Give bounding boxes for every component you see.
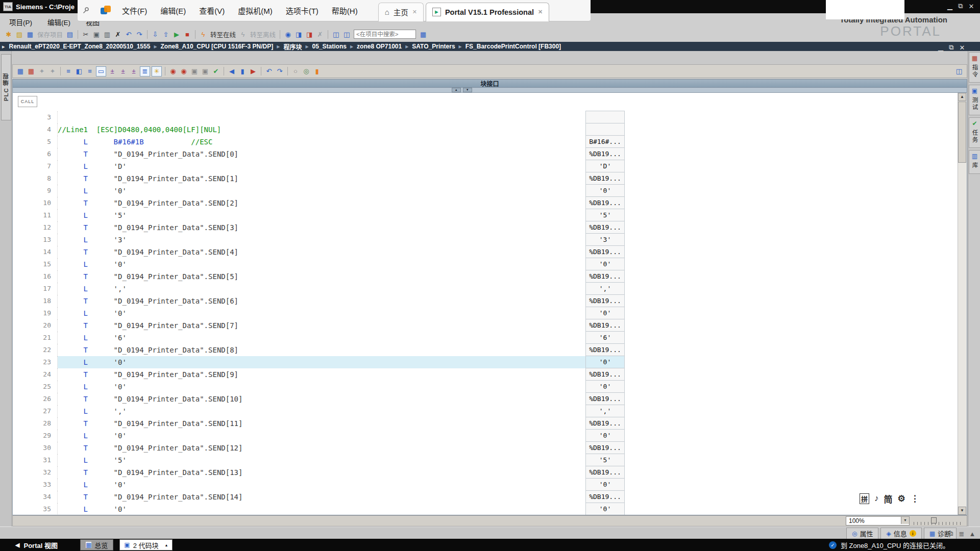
refresh-block-icon[interactable]: ▣ — [201, 67, 210, 76]
delete-network-icon[interactable]: ▦ — [27, 67, 36, 76]
operand-value-cell[interactable]: %DB19... — [585, 319, 625, 332]
code-text[interactable]: T "D_0194_Printer_Data".SEND[10] — [58, 393, 585, 405]
code-line[interactable]: 22 T "D_0194_Printer_Data".SEND[8]%DB19.… — [13, 344, 958, 356]
code-text[interactable]: T "D_0194_Printer_Data".SEND[5] — [58, 270, 585, 283]
code-text[interactable]: T "D_0194_Printer_Data".SEND[0] — [58, 148, 585, 160]
tia-menu-item[interactable]: 编辑(E) — [47, 17, 70, 27]
insert-network-icon[interactable]: ▦ — [16, 67, 25, 76]
scroll-up-icon[interactable]: ▲ — [958, 93, 966, 101]
code-line[interactable]: 30 T "D_0194_Printer_Data".SEND[12]%DB19… — [13, 442, 958, 454]
stl-code-editor[interactable]: CALL 34//Line1 [ESC]D0480,0400,0400[LF][… — [12, 92, 967, 515]
code-line[interactable]: 5 L B#16#1B //ESCB#16#... — [13, 136, 958, 148]
operand-value-cell[interactable]: %DB19... — [585, 196, 625, 209]
splitter-expand-icon[interactable]: ▼ — [463, 88, 472, 92]
scroll-down-icon[interactable]: ▼ — [958, 507, 966, 515]
save-project-icon[interactable]: ▦ — [26, 30, 35, 39]
operand-value-cell[interactable]: '6' — [585, 331, 625, 344]
code-line[interactable]: 14 T "D_0194_Printer_Data".SEND[4]%DB19.… — [13, 246, 958, 258]
inspector-tab-信息[interactable]: ◈信息i — [880, 528, 921, 539]
code-line[interactable]: 31 L '5''5' — [13, 454, 958, 466]
tab-close-icon[interactable]: ✕ — [538, 9, 543, 15]
operand-value-cell[interactable]: %DB19... — [585, 172, 625, 185]
open-editor-button[interactable]: ▣ 2 代码块 ▲ — [119, 539, 173, 550]
code-text[interactable]: L '5' — [58, 209, 585, 221]
code-text[interactable]: T "D_0194_Printer_Data".SEND[2] — [58, 197, 585, 209]
operand-value-cell[interactable]: %DB19... — [585, 490, 625, 503]
code-text[interactable]: T "D_0194_Printer_Data".SEND[6] — [58, 295, 585, 307]
tab-close-icon[interactable]: ✕ — [412, 9, 417, 15]
operand-value-cell[interactable]: %DB19... — [585, 466, 625, 479]
split-editor-vertical-icon[interactable]: ◫ — [342, 30, 351, 39]
undo-icon[interactable]: ↶ — [124, 30, 133, 39]
code-text[interactable]: T "D_0194_Printer_Data".SEND[7] — [58, 319, 585, 332]
vm-menu-item[interactable]: 选项卡(T) — [286, 5, 318, 16]
start-cpu-icon[interactable]: ▶ — [172, 30, 181, 39]
operand-value-cell[interactable]: '0' — [585, 478, 625, 491]
collapse-panel-icon[interactable]: ▲ — [968, 529, 977, 538]
breadcrumb-item[interactable]: Zone8_A10_CPU [CPU 1516F-3 PN/DP] — [161, 43, 274, 50]
right-tab-指令[interactable]: ▦指令 — [969, 52, 980, 83]
float-panel-icon[interactable]: ⧉ — [946, 529, 955, 538]
code-line[interactable]: 4//Line1 [ESC]D0480,0400,0400[LF][NUL] — [13, 123, 958, 136]
code-line[interactable]: 35 L '0''0' — [13, 503, 958, 515]
project-search-input[interactable] — [354, 30, 416, 39]
vm-menu-item[interactable]: 帮助(H) — [332, 5, 358, 16]
block-interface-bar[interactable]: 块接口 — [12, 79, 967, 88]
operand-value-cell[interactable]: %DB19... — [585, 417, 625, 430]
code-text[interactable]: T "D_0194_Printer_Data".SEND[14] — [58, 491, 585, 503]
code-line[interactable]: 6 T "D_0194_Printer_Data".SEND[0]%DB19..… — [13, 148, 958, 160]
host-restore-icon[interactable]: ⧉ — [956, 2, 965, 11]
code-line[interactable]: 26 T "D_0194_Printer_Data".SEND[10]%DB19… — [13, 393, 958, 405]
add-favorite-icon[interactable]: ✳ — [152, 66, 162, 77]
code-text[interactable]: //Line1 [ESC]D0480,0400,0400[LF][NUL] — [58, 123, 585, 136]
code-line[interactable]: 16 T "D_0194_Printer_Data".SEND[5]%DB19.… — [13, 270, 958, 283]
vm-tab-portal[interactable]: ▶ Portal V15.1 Professional ✕ — [426, 3, 549, 21]
show-library-icon[interactable]: ▦ — [419, 30, 428, 39]
operand-value-cell[interactable]: '0' — [585, 356, 625, 368]
code-text[interactable]: T "D_0194_Printer_Data".SEND[11] — [58, 417, 585, 430]
code-text[interactable]: L B#16#1B //ESC — [58, 136, 585, 148]
operand-info-icon[interactable]: ± — [129, 67, 138, 76]
print-icon[interactable]: ▤ — [65, 30, 75, 39]
code-line[interactable]: 34 T "D_0194_Printer_Data".SEND[14]%DB19… — [13, 491, 958, 503]
outline-collapse-icon[interactable]: ≡ — [64, 67, 73, 76]
code-line[interactable]: 8 T "D_0194_Printer_Data".SEND[1]%DB19..… — [13, 172, 958, 185]
vm-tab-home[interactable]: ⌂ 主页 ✕ — [378, 3, 424, 21]
scrollbar-thumb[interactable] — [958, 102, 966, 163]
operand-value-cell[interactable]: 'D' — [585, 160, 625, 172]
code-line[interactable]: 3 — [13, 111, 958, 123]
code-text[interactable]: L ',' — [58, 283, 585, 295]
operand-value-cell[interactable]: %DB19... — [585, 441, 625, 454]
network-comments-icon[interactable]: ▭ — [96, 66, 106, 77]
code-text[interactable]: L '0' — [58, 479, 585, 491]
code-line[interactable]: 21 L '6''6' — [13, 332, 958, 344]
code-line[interactable]: 13 L '3''3' — [13, 234, 958, 246]
breadcrumb-item[interactable]: 程序块 — [283, 42, 302, 51]
redo-step-icon[interactable]: ↷ — [275, 67, 284, 76]
code-line[interactable]: 7 L 'D''D' — [13, 160, 958, 172]
code-text[interactable]: T "D_0194_Printer_Data".SEND[1] — [58, 172, 585, 185]
right-tab-任务[interactable]: ✔任务 — [969, 117, 980, 148]
go-online-label[interactable]: 转至在线 — [210, 30, 236, 39]
code-line[interactable]: 15 L '0''0' — [13, 258, 958, 270]
operand-value-cell[interactable]: '5' — [585, 454, 625, 466]
code-line[interactable]: 29 L '0''0' — [13, 430, 958, 442]
start-simulation-icon[interactable]: ◨ — [294, 30, 303, 39]
goto-previous-error-icon[interactable]: ◀ — [227, 67, 236, 76]
code-text[interactable]: L '0' — [58, 185, 585, 197]
split-editor-horizontal-icon[interactable]: ◫ — [331, 30, 340, 39]
pin-icon[interactable] — [83, 7, 89, 14]
stop-cpu-icon[interactable]: ■ — [183, 30, 192, 39]
operand-value-cell[interactable]: %DB19... — [585, 245, 625, 258]
code-line[interactable]: 27 L ','',' — [13, 405, 958, 417]
code-text[interactable]: L 'D' — [58, 160, 585, 172]
code-line[interactable]: 24 T "D_0194_Printer_Data".SEND[9]%DB19.… — [13, 368, 958, 381]
code-line[interactable]: 28 T "D_0194_Printer_Data".SEND[11]%DB19… — [13, 417, 958, 430]
chevron-down-icon[interactable]: ▼ — [901, 517, 909, 524]
go-offline-icon[interactable]: ϟ — [238, 30, 248, 39]
copy-icon[interactable]: ▣ — [92, 30, 101, 39]
code-text[interactable]: L '0' — [58, 356, 585, 368]
code-line[interactable]: 23 L '0''0' — [13, 356, 958, 368]
ime-icon[interactable]: ⚙ — [898, 493, 905, 504]
find-replace-icon[interactable]: ○ — [291, 67, 300, 76]
